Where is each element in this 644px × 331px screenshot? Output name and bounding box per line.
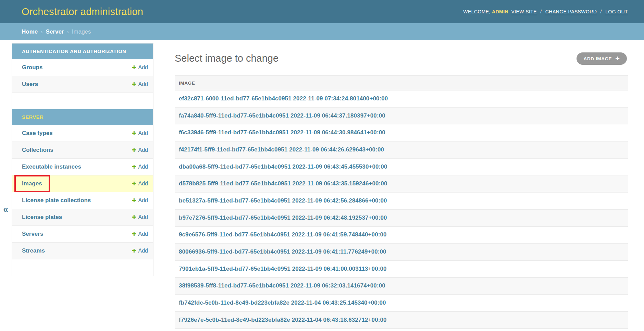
add-label: Add — [138, 81, 148, 87]
breadcrumb-current: Images — [72, 28, 91, 35]
add-image-button-label: ADD IMAGE — [584, 56, 612, 61]
sidebar-item-collections[interactable]: Collections ✚ Add — [12, 142, 153, 159]
image-link[interactable]: 80066936-5ff9-11ed-bd77-65e1bb4c0951 202… — [179, 248, 386, 255]
nav-sidebar: AUTHENTICATION AND AUTHORIZATION Groups … — [12, 43, 153, 276]
sidebar-item-streams[interactable]: Streams ✚ Add — [12, 243, 153, 259]
image-link[interactable]: f42174f1-5ff9-11ed-bd77-65e1bb4c0951 202… — [179, 146, 384, 153]
table-row: b97e7276-5ff9-11ed-bd77-65e1bb4c0951 202… — [175, 210, 628, 227]
view-site-link[interactable]: VIEW SITE — [511, 9, 537, 15]
table-row: 7901eb1a-5ff9-11ed-bd77-65e1bb4c0951 202… — [175, 261, 628, 278]
add-label: Add — [138, 214, 148, 220]
plus-icon: ✚ — [132, 248, 136, 254]
page-title: Select image to change — [175, 52, 278, 64]
image-link[interactable]: f6c33946-5ff9-11ed-bd77-65e1bb4c0951 202… — [179, 129, 385, 136]
breadcrumb-home-link[interactable]: Home — [22, 28, 38, 35]
table-row: 80066936-5ff9-11ed-bd77-65e1bb4c0951 202… — [175, 244, 628, 261]
add-label: Add — [138, 197, 148, 204]
user-tools: WELCOME, ADMIN. VIEW SITE / CHANGE PASSW… — [463, 9, 628, 14]
sidebar-add-link[interactable]: ✚ Add — [132, 231, 148, 237]
breadcrumb-separator-icon: › — [67, 29, 69, 35]
image-link[interactable]: 38f98539-5ff8-11ed-bd77-65e1bb4c0951 202… — [179, 282, 385, 289]
sidebar-item-link[interactable]: License plate collections — [22, 197, 91, 204]
table-row: be51327a-5ff9-11ed-bd77-65e1bb4c0951 202… — [175, 193, 628, 210]
add-label: Add — [138, 164, 148, 170]
table-row: dba00a68-5ff9-11ed-bd77-65e1bb4c0951 202… — [175, 159, 628, 176]
sidebar-add-link[interactable]: ✚ Add — [132, 214, 148, 220]
sidebar-item-link[interactable]: Servers — [22, 231, 43, 237]
breadcrumb: Home › Server › Images — [0, 23, 644, 40]
image-link[interactable]: dba00a68-5ff9-11ed-bd77-65e1bb4c0951 202… — [179, 163, 387, 170]
sidebar-item-link[interactable]: Users — [22, 81, 38, 88]
sidebar-add-link[interactable]: ✚ Add — [132, 164, 148, 170]
sidebar-add-link[interactable]: ✚ Add — [132, 197, 148, 204]
sidebar-add-link[interactable]: ✚ Add — [132, 130, 148, 136]
plus-icon: ✚ — [132, 181, 136, 187]
plus-icon: ✚ — [132, 231, 136, 237]
table-row: fb742fdc-5c0b-11ed-8c49-bd223ebfa82e 202… — [175, 295, 628, 312]
sidebar-item-link[interactable]: Groups — [22, 64, 42, 71]
sidebar-add-link[interactable]: ✚ Add — [132, 147, 148, 153]
breadcrumb-server-link[interactable]: Server — [46, 28, 64, 35]
image-link[interactable]: ef32c871-6000-11ed-bd77-65e1bb4c0951 202… — [179, 95, 388, 102]
image-link[interactable]: be51327a-5ff9-11ed-bd77-65e1bb4c0951 202… — [179, 197, 387, 204]
sidebar-item-link[interactable]: License plates — [22, 214, 62, 221]
table-row: f7926e7e-5c0b-11ed-8c49-bd223ebfa82e 202… — [175, 312, 628, 329]
sidebar-item-users[interactable]: Users ✚ Add — [12, 76, 153, 93]
image-link[interactable]: 9c9e6576-5ff9-11ed-bd77-65e1bb4c0951 202… — [179, 231, 387, 238]
username-period: . — [508, 9, 510, 14]
results-table: IMAGE ef32c871-6000-11ed-bd77-65e1bb4c09… — [175, 75, 628, 329]
add-label: Add — [138, 130, 148, 136]
sidebar-section-caption-authentication-and-authorization[interactable]: AUTHENTICATION AND AUTHORIZATION — [12, 44, 153, 59]
image-link[interactable]: 7901eb1a-5ff9-11ed-bd77-65e1bb4c0951 202… — [179, 266, 387, 272]
sidebar-item-servers[interactable]: Servers ✚ Add — [12, 226, 153, 243]
sidebar-add-link[interactable]: ✚ Add — [132, 181, 148, 187]
sidebar-item-link[interactable]: Images — [22, 180, 42, 187]
sidebar-item-images[interactable]: Images ✚ Add — [12, 175, 153, 192]
add-label: Add — [138, 181, 148, 187]
sidebar-module: SERVER Case types ✚ Add Collections ✚ Ad… — [12, 109, 153, 259]
table-row: f6c33946-5ff9-11ed-bd77-65e1bb4c0951 202… — [175, 124, 628, 142]
add-image-button[interactable]: ADD IMAGE ✚ — [577, 52, 627, 65]
table-row: d578b825-5ff9-11ed-bd77-65e1bb4c0951 202… — [175, 175, 628, 193]
image-link[interactable]: d578b825-5ff9-11ed-bd77-65e1bb4c0951 202… — [179, 180, 387, 187]
sidebar-collapse-icon[interactable]: « — [3, 205, 8, 214]
sidebar-add-link[interactable]: ✚ Add — [132, 248, 148, 254]
image-link[interactable]: fb742fdc-5c0b-11ed-8c49-bd223ebfa82e 202… — [179, 299, 386, 306]
sidebar-item-groups[interactable]: Groups ✚ Add — [12, 59, 153, 76]
app-header: Orchestrator administration WELCOME, ADM… — [0, 0, 644, 23]
plus-icon: ✚ — [132, 130, 136, 136]
sidebar-item-link[interactable]: Streams — [22, 247, 45, 254]
column-header-image[interactable]: IMAGE — [179, 81, 195, 86]
sidebar-item-case-types[interactable]: Case types ✚ Add — [12, 125, 153, 142]
add-label: Add — [138, 248, 148, 254]
django-admin-page: Orchestrator administration WELCOME, ADM… — [0, 0, 644, 331]
sidebar-item-link[interactable]: Collections — [22, 147, 53, 154]
table-row: f42174f1-5ff9-11ed-bd77-65e1bb4c0951 202… — [175, 142, 628, 159]
sidebar-item-license-plate-collections[interactable]: License plate collections ✚ Add — [12, 192, 153, 209]
sidebar-section-caption-server[interactable]: SERVER — [12, 109, 153, 125]
plus-icon: ✚ — [132, 164, 136, 170]
table-row: fa74a840-5ff9-11ed-bd77-65e1bb4c0951 202… — [175, 108, 628, 125]
welcome-text: WELCOME, — [463, 9, 490, 14]
image-link[interactable]: fa74a840-5ff9-11ed-bd77-65e1bb4c0951 202… — [179, 112, 385, 119]
sidebar-item-link[interactable]: Case types — [22, 130, 53, 137]
sidebar-item-license-plates[interactable]: License plates ✚ Add — [12, 209, 153, 226]
sidebar-rows: Groups ✚ Add Users ✚ Add — [12, 59, 153, 93]
add-label: Add — [138, 231, 148, 237]
change-password-link[interactable]: CHANGE PASSWORD — [545, 9, 597, 15]
log-out-link[interactable]: LOG OUT — [605, 9, 628, 15]
sidebar-add-link[interactable]: ✚ Add — [132, 64, 148, 71]
plus-icon: ✚ — [132, 147, 136, 153]
plus-icon: ✚ — [132, 81, 136, 87]
sidebar-rows: Case types ✚ Add Collections ✚ Add Execu… — [12, 125, 153, 259]
sidebar-item-link[interactable]: Executable instances — [22, 163, 81, 170]
plus-icon: ✚ — [132, 64, 136, 71]
sidebar-add-link[interactable]: ✚ Add — [132, 81, 148, 87]
image-link[interactable]: b97e7276-5ff9-11ed-bd77-65e1bb4c0951 202… — [179, 214, 387, 221]
image-link[interactable]: f7926e7e-5c0b-11ed-8c49-bd223ebfa82e 202… — [179, 317, 387, 323]
site-title-link[interactable]: Orchestrator administration — [22, 6, 143, 17]
sidebar-item-executable-instances[interactable]: Executable instances ✚ Add — [12, 159, 153, 175]
username: ADMIN — [492, 9, 508, 14]
table-header-row: IMAGE — [175, 76, 628, 90]
table-row: 9c9e6576-5ff9-11ed-bd77-65e1bb4c0951 202… — [175, 227, 628, 244]
